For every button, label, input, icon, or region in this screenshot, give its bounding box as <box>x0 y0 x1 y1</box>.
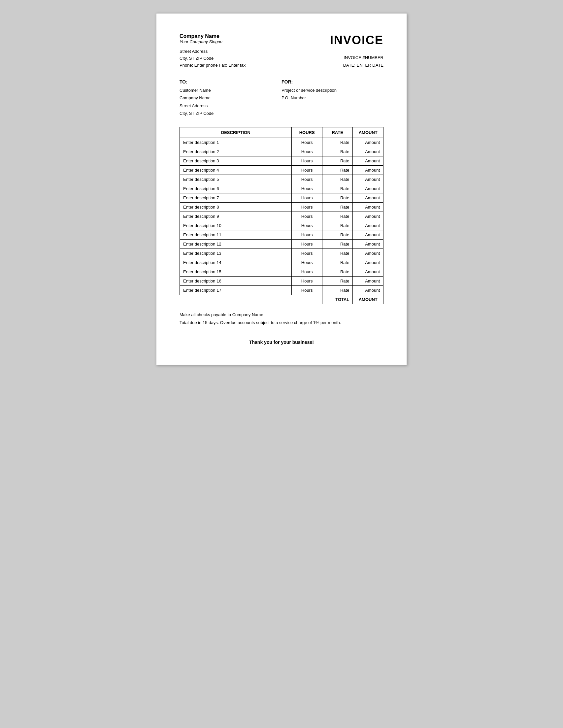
table-row: Enter description 14HoursRateAmount <box>180 258 383 267</box>
row-description: Enter description 11 <box>180 230 292 240</box>
row-description: Enter description 6 <box>180 184 292 193</box>
row-rate: Rate <box>322 147 353 156</box>
footer-notes: Make all checks payable to Company Name … <box>180 311 383 326</box>
table-row: Enter description 9HoursRateAmount <box>180 212 383 221</box>
to-street: Street Address <box>180 102 281 110</box>
row-rate: Rate <box>322 166 353 175</box>
row-hours: Hours <box>292 230 322 240</box>
to-city: City, ST ZIP Code <box>180 110 281 117</box>
to-customer-name: Customer Name <box>180 86 281 94</box>
row-amount: Amount <box>353 240 383 249</box>
row-hours: Hours <box>292 286 322 295</box>
row-amount: Amount <box>353 230 383 240</box>
row-description: Enter description 16 <box>180 277 292 286</box>
row-description: Enter description 3 <box>180 156 292 166</box>
row-rate: Rate <box>322 277 353 286</box>
row-description: Enter description 7 <box>180 193 292 203</box>
row-rate: Rate <box>322 240 353 249</box>
row-hours: Hours <box>292 267 322 277</box>
row-amount: Amount <box>353 203 383 212</box>
invoice-table: DESCRIPTION HOURS RATE AMOUNT Enter desc… <box>180 127 383 304</box>
row-hours: Hours <box>292 277 322 286</box>
row-amount: Amount <box>353 277 383 286</box>
for-po-number: P.O. Number <box>281 94 383 102</box>
row-hours: Hours <box>292 184 322 193</box>
row-hours: Hours <box>292 240 322 249</box>
company-street: Street Address <box>180 48 330 55</box>
thank-you-message: Thank you for your business! <box>180 340 383 345</box>
row-description: Enter description 13 <box>180 249 292 258</box>
table-row: Enter description 2HoursRateAmount <box>180 147 383 156</box>
table-row: Enter description 6HoursRateAmount <box>180 184 383 193</box>
row-description: Enter description 10 <box>180 221 292 230</box>
row-description: Enter description 9 <box>180 212 292 221</box>
row-description: Enter description 8 <box>180 203 292 212</box>
to-block: TO: Customer Name Company Name Street Ad… <box>180 79 281 117</box>
invoice-page: Company Name Your Company Slogan Street … <box>156 13 407 365</box>
row-description: Enter description 4 <box>180 166 292 175</box>
invoice-title-block: INVOICE INVOICE #NUMBER DATE: ENTER DATE <box>330 33 383 69</box>
row-amount: Amount <box>353 286 383 295</box>
company-phone-fax: Phone: Enter phone Fax: Enter fax <box>180 62 330 69</box>
row-hours: Hours <box>292 138 322 147</box>
invoice-title: INVOICE <box>330 33 383 47</box>
row-rate: Rate <box>322 267 353 277</box>
row-description: Enter description 2 <box>180 147 292 156</box>
row-hours: Hours <box>292 249 322 258</box>
company-name: Company Name <box>180 33 330 39</box>
row-amount: Amount <box>353 156 383 166</box>
table-row: Enter description 16HoursRateAmount <box>180 277 383 286</box>
row-hours: Hours <box>292 258 322 267</box>
header-description: DESCRIPTION <box>180 127 292 138</box>
row-hours: Hours <box>292 156 322 166</box>
row-amount: Amount <box>353 166 383 175</box>
to-company-name: Company Name <box>180 94 281 102</box>
row-hours: Hours <box>292 203 322 212</box>
row-amount: Amount <box>353 221 383 230</box>
header-section: Company Name Your Company Slogan Street … <box>180 33 383 69</box>
table-row: Enter description 13HoursRateAmount <box>180 249 383 258</box>
table-row: Enter description 17HoursRateAmount <box>180 286 383 295</box>
table-row: Enter description 4HoursRateAmount <box>180 166 383 175</box>
to-content: Customer Name Company Name Street Addres… <box>180 86 281 117</box>
row-amount: Amount <box>353 258 383 267</box>
row-rate: Rate <box>322 230 353 240</box>
to-label: TO: <box>180 79 281 84</box>
checks-payable: Make all checks payable to Company Name <box>180 311 383 318</box>
row-hours: Hours <box>292 212 322 221</box>
table-row: Enter description 10HoursRateAmount <box>180 221 383 230</box>
row-hours: Hours <box>292 166 322 175</box>
row-hours: Hours <box>292 193 322 203</box>
row-rate: Rate <box>322 286 353 295</box>
table-row: Enter description 5HoursRateAmount <box>180 175 383 184</box>
company-info-block: Company Name Your Company Slogan Street … <box>180 33 330 69</box>
table-row: Enter description 12HoursRateAmount <box>180 240 383 249</box>
to-for-section: TO: Customer Name Company Name Street Ad… <box>180 79 383 117</box>
row-amount: Amount <box>353 184 383 193</box>
row-amount: Amount <box>353 175 383 184</box>
row-hours: Hours <box>292 221 322 230</box>
for-block: FOR: Project or service description P.O.… <box>281 79 383 117</box>
header-rate: RATE <box>322 127 353 138</box>
company-city: City, ST ZIP Code <box>180 55 330 62</box>
total-amount: AMOUNT <box>353 295 383 304</box>
total-empty-hours <box>292 295 322 304</box>
table-row: Enter description 3HoursRateAmount <box>180 156 383 166</box>
row-rate: Rate <box>322 138 353 147</box>
row-description: Enter description 17 <box>180 286 292 295</box>
for-description: Project or service description <box>281 86 383 94</box>
total-label: TOTAL <box>322 295 353 304</box>
row-rate: Rate <box>322 156 353 166</box>
total-row: TOTALAMOUNT <box>180 295 383 304</box>
invoice-number: INVOICE #NUMBER <box>330 54 383 61</box>
company-address: Street Address City, ST ZIP Code Phone: … <box>180 48 330 69</box>
header-amount: AMOUNT <box>353 127 383 138</box>
row-rate: Rate <box>322 193 353 203</box>
row-description: Enter description 15 <box>180 267 292 277</box>
for-label: FOR: <box>281 79 383 84</box>
row-amount: Amount <box>353 138 383 147</box>
table-row: Enter description 1HoursRateAmount <box>180 138 383 147</box>
row-hours: Hours <box>292 175 322 184</box>
row-description: Enter description 5 <box>180 175 292 184</box>
row-rate: Rate <box>322 175 353 184</box>
